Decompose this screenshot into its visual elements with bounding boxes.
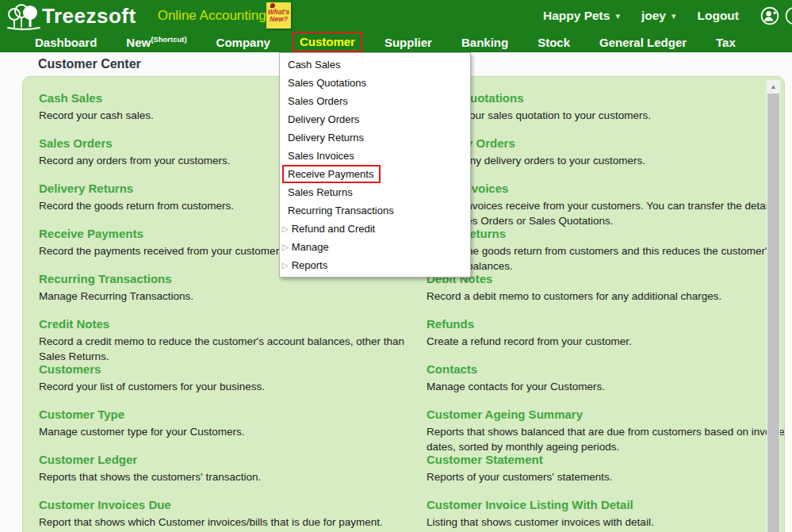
center-link-customer-statement[interactable]: Customer Statement xyxy=(427,453,543,466)
menu-item-cash-sales[interactable]: Cash Sales xyxy=(280,55,470,74)
center-item-credit-notes: Credit NotesRecord a credit memo to redu… xyxy=(39,317,405,364)
center-link-customer-ledger[interactable]: Customer Ledger xyxy=(39,453,137,466)
center-link-sales-orders[interactable]: Sales Orders xyxy=(39,136,113,150)
menu-item-label: Sales Invoices xyxy=(288,150,354,162)
nav-item-label: Stock xyxy=(538,36,570,49)
center-item-customers: CustomersRecord your list of customers f… xyxy=(39,362,405,394)
center-link-customer-ageing-summary[interactable]: Customer Ageing Summary xyxy=(427,408,583,421)
center-desc: Record the goods return from customers a… xyxy=(427,243,785,274)
scroll-up-button[interactable]: ▲ xyxy=(767,80,780,94)
menu-item-label: Refund and Credit xyxy=(292,223,376,235)
menu-item-label: Manage xyxy=(292,241,329,253)
menu-item-manage[interactable]: ▷Manage xyxy=(280,238,470,256)
center-item-sales-quotations: Sales QuotationsRecord your sales quotat… xyxy=(427,91,785,123)
center-desc: Reports that shows balanced that are due… xyxy=(427,424,785,454)
scrollbar[interactable]: ▲ xyxy=(767,80,780,532)
center-desc: Manage contacts for your Customers. xyxy=(427,379,785,394)
menu-item-label: Recurring Transactions xyxy=(288,205,394,216)
user-menu-label: joey xyxy=(641,9,666,23)
center-item-debit-notes: Debit NotesRecord a debit memo to custom… xyxy=(427,272,785,304)
center-desc: Manage Recurring Transactions. xyxy=(39,289,405,304)
nav-item-label: Banking xyxy=(461,36,508,49)
center-link-credit-notes[interactable]: Credit Notes xyxy=(39,317,109,331)
nav-item-new[interactable]: New(Shortcut) xyxy=(126,35,186,49)
menu-item-refund-and-credit[interactable]: ▷Refund and Credit xyxy=(280,220,470,238)
top-header: Treezsoft Online Accounting 2.0 What's N… xyxy=(0,0,792,52)
center-desc: Reports of your customers' statements. xyxy=(427,469,785,484)
center-desc: Listing that shows customer invoices wit… xyxy=(427,515,785,530)
chevron-down-icon: ▾ xyxy=(615,12,620,21)
nav-item-general-ledger[interactable]: General Ledger xyxy=(599,36,687,49)
cropped-icon xyxy=(785,6,792,29)
submenu-arrow-icon: ▷ xyxy=(282,262,289,270)
menu-item-sales-returns[interactable]: Sales Returns xyxy=(280,183,470,201)
menu-item-receive-payments[interactable]: Receive Payments xyxy=(280,165,470,183)
whats-new-note[interactable]: What's New? xyxy=(266,2,291,29)
submenu-arrow-icon: ▷ xyxy=(282,225,289,233)
company-menu[interactable]: Happy Pets ▾ xyxy=(543,9,620,23)
center-desc: Report that shows which Customer invoice… xyxy=(39,515,405,530)
center-link-customers[interactable]: Customers xyxy=(39,362,101,376)
center-link-customer-invoice-listing-with-detail[interactable]: Customer Invoice Listing With Detail xyxy=(427,498,633,511)
center-desc: Record a debit memo to customers for any… xyxy=(427,289,785,304)
menu-item-label: Cash Sales xyxy=(288,59,340,71)
logout-button[interactable]: Logout xyxy=(697,9,739,23)
center-item-customer-ledger: Customer LedgerReports that shows the cu… xyxy=(39,453,405,484)
center-link-refunds[interactable]: Refunds xyxy=(427,317,474,331)
center-item-delivery-orders: Delivery OrdersRecord any delivery order… xyxy=(427,136,785,168)
nav-item-company[interactable]: Company xyxy=(216,36,270,49)
nav-item-label: Company xyxy=(216,36,270,49)
nav-item-label: Dashboard xyxy=(35,36,97,49)
center-desc: Record your list of customers for your b… xyxy=(39,379,405,394)
center-desc: Record a credit memo to reduce the custo… xyxy=(39,334,405,364)
user-menu[interactable]: joey ▾ xyxy=(641,9,676,23)
user-avatar-icon[interactable] xyxy=(760,6,779,25)
nav-item-label: General Ledger xyxy=(599,36,687,49)
nav-item-supplier[interactable]: Supplier xyxy=(385,36,432,49)
scrollbar-thumb[interactable] xyxy=(767,94,779,532)
nav-item-stock[interactable]: Stock xyxy=(538,36,570,49)
menu-item-delivery-orders[interactable]: Delivery Orders xyxy=(280,110,470,128)
main-nav: DashboardNew(Shortcut)CompanyCustomerSup… xyxy=(0,32,792,52)
nav-item-superscript: (Shortcut) xyxy=(151,35,186,44)
center-item-customer-invoices-due: Customer Invoices DueReport that shows w… xyxy=(39,498,405,530)
menu-item-sales-invoices[interactable]: Sales Invoices xyxy=(280,147,470,165)
menu-item-label: Sales Orders xyxy=(288,95,348,107)
menu-item-label: Receive Payments xyxy=(288,168,373,180)
menu-item-reports[interactable]: ▷Reports xyxy=(280,256,470,274)
menu-item-delivery-returns[interactable]: Delivery Returns xyxy=(280,128,470,147)
menu-item-label: Reports xyxy=(292,259,328,271)
center-link-delivery-returns[interactable]: Delivery Returns xyxy=(39,182,133,195)
center-link-contacts[interactable]: Contacts xyxy=(427,362,477,376)
customer-dropdown-menu: Cash SalesSales QuotationsSales OrdersDe… xyxy=(279,52,471,277)
menu-item-recurring-transactions[interactable]: Recurring Transactions xyxy=(280,201,470,220)
center-desc: Record your sales quotation to your cust… xyxy=(427,108,785,123)
treezsoft-logo-icon xyxy=(6,2,41,32)
nav-item-customer[interactable]: Customer xyxy=(293,32,362,52)
nav-item-dashboard[interactable]: Dashboard xyxy=(35,36,97,49)
nav-item-tax[interactable]: Tax xyxy=(716,36,736,49)
scroll-up-arrow-icon: ▲ xyxy=(771,84,777,90)
company-menu-label: Happy Pets xyxy=(543,9,610,23)
menu-item-sales-quotations[interactable]: Sales Quotations xyxy=(280,74,470,92)
menu-item-sales-orders[interactable]: Sales Orders xyxy=(280,92,470,110)
center-link-customer-type[interactable]: Customer Type xyxy=(39,408,124,421)
center-desc: Manage customer type for your Customers. xyxy=(39,424,405,439)
center-item-refunds: RefundsCreate a refund record from your … xyxy=(427,317,785,349)
center-link-receive-payments[interactable]: Receive Payments xyxy=(39,227,143,240)
header-right: Happy Pets ▾ joey ▾ Logout xyxy=(543,6,786,25)
center-desc: Record invoices receive from your custom… xyxy=(427,198,785,228)
chevron-down-icon: ▾ xyxy=(671,12,676,21)
brand-row: Treezsoft Online Accounting 2.0 What's N… xyxy=(0,0,792,32)
menu-item-label: Delivery Orders xyxy=(288,113,359,125)
center-link-recurring-transactions[interactable]: Recurring Transactions xyxy=(39,272,172,285)
menu-item-label: Sales Quotations xyxy=(288,77,366,89)
menu-item-label: Delivery Returns xyxy=(288,132,364,144)
nav-item-label: New xyxy=(126,36,151,49)
nav-item-banking[interactable]: Banking xyxy=(461,36,508,49)
center-desc: Create a refund record from your custome… xyxy=(427,334,785,349)
center-link-cash-sales[interactable]: Cash Sales xyxy=(39,91,102,105)
center-item-customer-ageing-summary: Customer Ageing SummaryReports that show… xyxy=(427,408,785,454)
center-link-customer-invoices-due[interactable]: Customer Invoices Due xyxy=(39,498,171,511)
submenu-arrow-icon: ▷ xyxy=(282,243,289,251)
